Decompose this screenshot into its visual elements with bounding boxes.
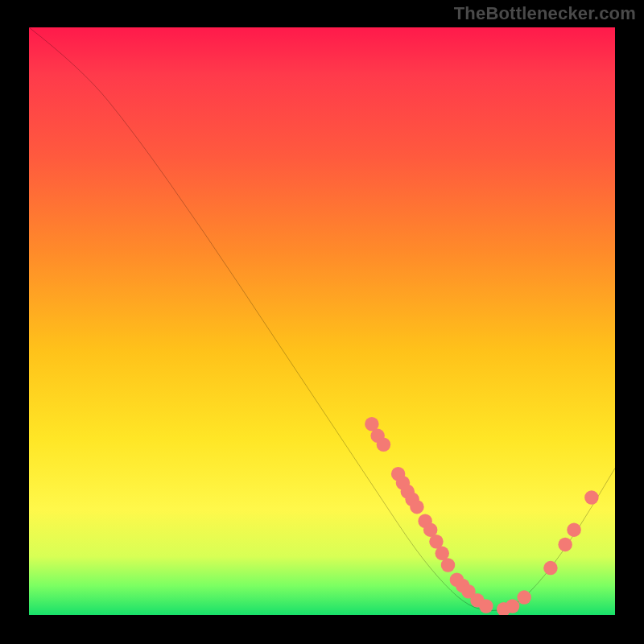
data-marker (441, 558, 455, 572)
plot-area (29, 27, 615, 615)
data-marker (410, 500, 423, 514)
data-marker (377, 438, 390, 452)
data-marker (558, 538, 572, 552)
data-marker (517, 590, 530, 605)
data-marker (567, 522, 580, 537)
data-marker (506, 599, 519, 613)
data-marker (584, 490, 598, 505)
data-marker (543, 561, 557, 576)
data-markers (365, 417, 598, 615)
chart-frame: TheBottlenecker.com (0, 0, 644, 644)
chart-svg (29, 27, 615, 615)
attribution-text: TheBottlenecker.com (454, 3, 636, 24)
data-marker (479, 599, 493, 613)
bottleneck-curve (29, 27, 615, 611)
